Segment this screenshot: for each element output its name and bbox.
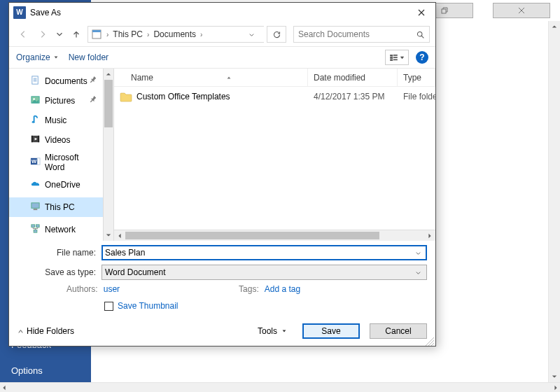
file-date: 4/12/2017 1:35 PM [308,92,398,102]
toolbar: Organize New folder ? [9,46,435,69]
tree-item-microsoft-word[interactable]: WMicrosoft Word [9,153,103,172]
svg-rect-13 [34,80,37,81]
svg-rect-2 [92,30,101,32]
forward-button[interactable] [34,26,51,43]
column-date[interactable]: Date modified [308,69,398,86]
view-options-button[interactable] [385,50,409,65]
file-type: File folder [398,92,435,102]
file-list: Name Date modified Type Custom Office Te… [114,69,435,241]
tree-item-videos[interactable]: Videos [9,130,103,150]
dialog-title: Save As [30,8,61,18]
tree-item-music[interactable]: Music [9,111,103,130]
saveastype-dropdown-button[interactable] [412,270,424,276]
close-app-button[interactable] [493,3,550,18]
pin-icon [88,75,99,88]
save-as-dialog: W Save As › This PC › Documents › Organi… [8,2,436,346]
svg-rect-12 [34,80,37,80]
svg-rect-23 [31,203,39,209]
svg-rect-5 [391,57,393,58]
svg-rect-8 [394,57,398,57]
form-area: File name: Save as type: Word Document A… [9,241,435,319]
app-vertical-scrollbar[interactable] [548,21,560,382]
tags-value[interactable]: Add a tag [265,284,300,294]
music-icon [30,114,41,127]
search-icon [416,30,425,39]
column-name[interactable]: Name [114,69,308,86]
column-type[interactable]: Type [398,69,435,86]
svg-rect-22 [37,158,40,164]
tools-button[interactable]: Tools [258,326,287,336]
tree-item-label: Pictures [45,96,75,106]
svg-text:W: W [31,158,37,164]
search-input[interactable] [298,29,416,39]
back-button[interactable] [15,26,31,43]
organize-button[interactable]: Organize [16,52,59,62]
breadcrumb-history-button[interactable] [241,31,261,38]
new-folder-button[interactable]: New folder [69,52,108,62]
svg-rect-7 [394,55,398,55]
svg-rect-27 [34,230,37,232]
svg-rect-11 [34,78,37,79]
up-button[interactable] [68,26,85,43]
saveastype-label: Save as type: [18,267,96,277]
tree-scrollbar[interactable] [103,69,114,241]
svg-rect-26 [36,225,39,227]
pics-icon [30,94,41,107]
saveastype-value: Word Document [105,267,412,277]
refresh-button[interactable] [267,26,286,43]
location-icon [91,29,102,40]
recent-locations-button[interactable] [54,26,65,43]
onedrive-icon [30,178,41,191]
chevron-right-icon: › [197,31,205,38]
cancel-button[interactable]: Cancel [370,323,427,339]
file-row[interactable]: Custom Office Templates4/12/2017 1:35 PM… [114,87,435,106]
tree-item-network[interactable]: Network [9,220,103,239]
filename-field[interactable] [102,245,427,260]
word-icon: W [30,156,41,169]
save-thumbnail-label[interactable]: Save Thumbnail [118,301,178,311]
sidebar-item-options[interactable]: Options [0,358,91,384]
save-button[interactable]: Save [302,323,360,339]
svg-rect-18 [31,136,33,142]
filename-input[interactable] [105,248,412,258]
dialog-titlebar: W Save As [9,3,435,22]
dialog-actions: Hide Folders Tools Save Cancel [9,319,435,346]
tags-label: Tags: [239,284,259,294]
authors-value[interactable]: user [104,284,120,294]
tree-item-label: Microsoft Word [45,153,99,172]
tree-item-pictures[interactable]: Pictures [9,91,103,111]
tree-item-onedrive[interactable]: OneDrive [9,175,103,195]
help-button[interactable]: ? [416,51,428,64]
word-icon: W [13,6,26,19]
saveastype-field[interactable]: Word Document [102,265,427,280]
tree-item-this-pc[interactable]: This PC [9,197,103,217]
breadcrumb[interactable]: › This PC › Documents › [88,26,264,43]
close-dialog-button[interactable] [407,4,435,22]
tree-item-label: Videos [45,135,70,145]
column-headers: Name Date modified Type [114,69,435,87]
filelist-scrollbar-h[interactable] [114,230,435,241]
tree-item-label: This PC [45,202,75,212]
video-icon [30,134,41,146]
breadcrumb-this-pc[interactable]: This PC [113,29,143,39]
tree-item-label: Documents [45,76,88,86]
app-horizontal-scrollbar[interactable] [0,382,560,392]
nav-row: › This PC › Documents › [9,22,435,46]
search-box[interactable] [293,26,430,43]
svg-point-16 [32,121,35,123]
save-thumbnail-checkbox[interactable] [104,302,113,311]
filename-history-button[interactable] [412,250,424,256]
svg-rect-4 [391,55,393,56]
tree-item-documents[interactable]: Documents [9,71,103,91]
svg-rect-24 [34,209,38,210]
chevron-right-icon: › [104,31,111,38]
network-icon [30,223,41,236]
svg-point-3 [417,31,422,36]
resize-grip[interactable] [426,336,434,344]
authors-label: Authors: [66,284,98,294]
hide-folders-button[interactable]: Hide Folders [18,326,74,336]
breadcrumb-documents[interactable]: Documents [153,29,196,39]
sort-asc-icon [226,73,232,83]
tree-item-label: OneDrive [45,180,80,190]
doc-icon [30,75,41,88]
